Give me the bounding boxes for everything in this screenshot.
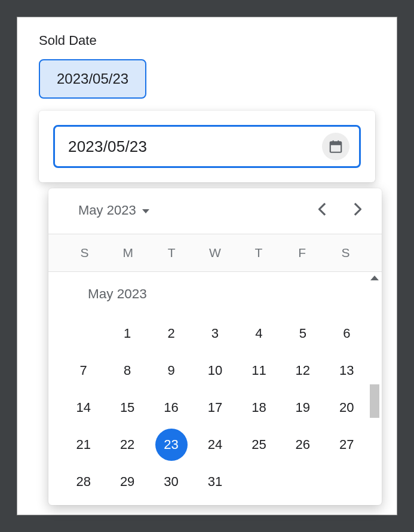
days-grid: 1234567891011121314151617181920212223242… <box>62 317 369 498</box>
day-cell[interactable]: 20 <box>325 392 369 424</box>
day-cell[interactable]: 5 <box>281 317 324 350</box>
svg-rect-3 <box>338 140 339 143</box>
day: 2 <box>155 317 188 350</box>
day: 6 <box>330 317 363 350</box>
day-cell[interactable]: 30 <box>149 466 193 498</box>
day-cell[interactable]: 16 <box>149 392 193 424</box>
day-cell[interactable]: 4 <box>237 317 281 350</box>
day: 13 <box>330 354 363 387</box>
month-year-selector[interactable]: May 2023 <box>78 203 149 218</box>
day: 7 <box>68 354 100 387</box>
empty-day-cell <box>62 317 105 350</box>
weekday-label: S <box>63 246 106 260</box>
day-cell[interactable]: 17 <box>193 392 237 424</box>
day-cell[interactable]: 1 <box>105 317 149 350</box>
prev-month-button[interactable] <box>318 203 327 218</box>
day: 21 <box>68 429 100 461</box>
dropdown-triangle-icon <box>142 209 149 213</box>
day-cell[interactable]: 29 <box>105 466 149 498</box>
day-cell[interactable]: 15 <box>105 392 149 424</box>
scroll-thumb[interactable] <box>370 384 379 418</box>
day: 30 <box>155 466 188 498</box>
day-cell[interactable]: 9 <box>149 354 193 387</box>
scrollbar[interactable] <box>369 273 381 505</box>
calendar-header: May 2023 <box>48 188 382 234</box>
day: 3 <box>199 317 231 350</box>
day: 20 <box>330 392 363 424</box>
chevron-right-icon <box>353 203 361 216</box>
day: 24 <box>199 429 231 461</box>
day: 26 <box>287 429 319 461</box>
day: 29 <box>111 466 143 498</box>
day-cell[interactable]: 2 <box>149 317 193 350</box>
date-input-card: 2023/05/23 <box>39 111 375 182</box>
day-cell[interactable]: 28 <box>62 466 105 498</box>
weekday-label: T <box>237 246 280 260</box>
day: 4 <box>243 317 275 350</box>
day: 22 <box>111 429 143 461</box>
month-title: May 2023 <box>62 286 369 302</box>
day: 15 <box>111 392 143 424</box>
field-label: Sold Date <box>39 33 375 48</box>
day: 19 <box>287 392 319 424</box>
day: 9 <box>155 354 188 387</box>
day: 5 <box>287 317 319 350</box>
day-cell[interactable]: 18 <box>237 392 281 424</box>
day: 12 <box>287 354 319 387</box>
chevron-left-icon <box>318 203 327 216</box>
calendar-popup: May 2023 SMTWTFS May 2023 1234567891 <box>48 188 382 505</box>
day-cell[interactable]: 27 <box>325 429 369 461</box>
day-cell[interactable]: 26 <box>281 429 324 461</box>
form-panel: Sold Date 2023/05/23 2023/05/23 May 2023 <box>17 17 397 515</box>
day: 1 <box>111 317 143 350</box>
next-month-button[interactable] <box>353 203 361 218</box>
day-cell[interactable]: 31 <box>193 466 237 498</box>
weekday-label: T <box>150 246 194 260</box>
date-input[interactable]: 2023/05/23 <box>53 125 361 168</box>
month-nav <box>318 203 365 218</box>
day: 10 <box>199 354 231 387</box>
day-cell[interactable]: 22 <box>105 429 149 461</box>
selected-day: 23 <box>155 429 188 461</box>
weekday-label: W <box>194 246 237 260</box>
date-input-value: 2023/05/23 <box>68 137 147 156</box>
weekday-label: F <box>280 246 324 260</box>
scroll-up-arrow-icon <box>370 276 379 280</box>
weekday-label: M <box>106 246 150 260</box>
day: 17 <box>199 392 231 424</box>
day: 16 <box>155 392 188 424</box>
month-year-label: May 2023 <box>78 203 136 218</box>
day-cell[interactable]: 6 <box>325 317 369 350</box>
day: 11 <box>243 354 275 387</box>
day-cell[interactable]: 7 <box>62 354 105 387</box>
day-cell[interactable]: 25 <box>237 429 281 461</box>
day: 25 <box>243 429 275 461</box>
day: 8 <box>111 354 143 387</box>
day-cell[interactable]: 3 <box>193 317 237 350</box>
calendar-body: May 2023 1234567891011121314151617181920… <box>48 272 382 505</box>
day-cell[interactable]: 8 <box>105 354 149 387</box>
day-cell[interactable]: 13 <box>325 354 369 387</box>
svg-rect-1 <box>330 142 341 145</box>
weekday-label: S <box>324 246 367 260</box>
day-cell[interactable]: 14 <box>62 392 105 424</box>
sold-date-chip[interactable]: 2023/05/23 <box>39 59 146 99</box>
calendar-icon-button[interactable] <box>322 133 349 160</box>
day-cell[interactable]: 12 <box>281 354 324 387</box>
day: 28 <box>68 466 100 498</box>
day-cell[interactable]: 23 <box>149 429 193 461</box>
day: 18 <box>243 392 275 424</box>
day-cell[interactable]: 19 <box>281 392 324 424</box>
day-cell[interactable]: 21 <box>62 429 105 461</box>
day-cell[interactable]: 24 <box>193 429 237 461</box>
day: 31 <box>199 466 231 498</box>
day-cell[interactable]: 11 <box>237 354 281 387</box>
calendar-icon <box>328 139 344 154</box>
weekday-row: SMTWTFS <box>48 234 382 272</box>
day: 27 <box>330 429 363 461</box>
day-cell[interactable]: 10 <box>193 354 237 387</box>
svg-rect-2 <box>333 140 334 143</box>
day: 14 <box>68 392 100 424</box>
